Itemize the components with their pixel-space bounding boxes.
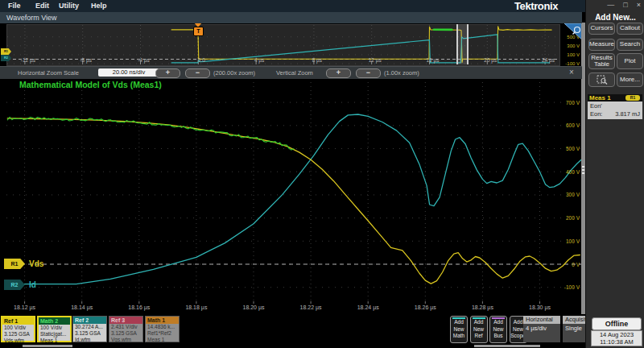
add-new-button-line: Add bbox=[471, 319, 487, 326]
main-x-tick-label: 18.28 µs bbox=[472, 304, 493, 310]
main-trace-math2-model bbox=[7, 117, 294, 150]
add-new-bus-button[interactable]: AddNewBus bbox=[489, 316, 507, 343]
offline-button[interactable]: Offline bbox=[592, 317, 642, 330]
add-new-button-line: Add bbox=[451, 319, 467, 326]
menu-item-utility[interactable]: Utility bbox=[59, 2, 79, 10]
menu-item-help[interactable]: Help bbox=[91, 2, 107, 10]
meas-result-value: 3.817 mJ bbox=[615, 110, 640, 118]
trace-label-vds: Vds bbox=[29, 259, 43, 268]
channel-badge-row: 3.125 GSA bbox=[2, 331, 34, 338]
overview-x-tick-label: -4 µs bbox=[138, 57, 150, 63]
horizontal-zoom-minus-button[interactable]: − bbox=[185, 68, 210, 78]
channel-badge-row: Ref1*Ref2 bbox=[146, 330, 179, 337]
horizontal-zoom-scale-input[interactable]: 20.00 ns/div bbox=[98, 68, 159, 77]
channel-badge-row: 2.431 V/div bbox=[109, 324, 142, 330]
plot-button[interactable]: Plot bbox=[617, 53, 643, 69]
channel-badge-ref-3[interactable]: Ref 32.431 V/div3.125 GSAVgs.wfm bbox=[109, 316, 143, 342]
meas-result-label: Eon: bbox=[590, 110, 602, 118]
horizontal-settings-badge[interactable]: Horizontal 4 µs/div bbox=[523, 316, 560, 342]
channel-badge-ref-1[interactable]: Ref 1100 V/div3.125 GSAVds.wfm bbox=[1, 316, 35, 342]
scrollbar[interactable] bbox=[474, 345, 540, 347]
main-x-tick-label: 18.16 µs bbox=[128, 304, 150, 310]
overview-x-tick-label: 8 µs bbox=[312, 57, 322, 63]
meas1-badge-header[interactable]: Meas 1 R1 bbox=[588, 94, 642, 102]
meas1-name: Meas 1 bbox=[589, 94, 611, 102]
waveform-view-tab[interactable]: Waveform View bbox=[0, 12, 582, 23]
channel-badge-row: Meas 1 bbox=[39, 338, 70, 344]
restore-button[interactable]: □ bbox=[623, 1, 627, 9]
window-controls: — □ × bbox=[607, 1, 641, 9]
main-y-tick-label: 200 V bbox=[555, 215, 580, 221]
math-model-title: Mathematical Model of Vds (Meas1) bbox=[19, 80, 162, 89]
scrollbar[interactable] bbox=[23, 345, 72, 347]
zoom-box-icon-button[interactable] bbox=[588, 72, 615, 87]
zoom-scale-bar: Horizontal Zoom Scale 20.00 ns/div + − (… bbox=[0, 66, 582, 79]
overview-x-tick-label: 0.0 bbox=[198, 57, 205, 63]
close-button[interactable]: × bbox=[637, 1, 641, 9]
add-new-title: Add New... bbox=[586, 13, 644, 22]
zoom-box-icon bbox=[597, 75, 608, 85]
meas-result-label: Eon' bbox=[590, 102, 602, 110]
menu-item-file[interactable]: File bbox=[8, 2, 21, 10]
zoom-window-box[interactable] bbox=[456, 24, 469, 64]
add-new-button-line: Bus bbox=[490, 333, 506, 340]
main-x-tick-label: 18.14 µs bbox=[71, 304, 93, 310]
overview-x-tick-label: -12 µs bbox=[21, 57, 35, 63]
main-x-tick-label: 18.18 µs bbox=[185, 304, 207, 310]
measure-button[interactable]: Measure bbox=[588, 39, 615, 51]
channel-badge-row: 30.2724 A... bbox=[73, 324, 106, 330]
add-new-ref-button[interactable]: AddNewRef bbox=[470, 316, 488, 343]
main-trace-id bbox=[7, 114, 581, 284]
search-button[interactable]: Search bbox=[617, 39, 643, 51]
waveform-view-label: Waveform View bbox=[6, 14, 57, 22]
ref-marker-r1[interactable]: R1 bbox=[4, 259, 25, 269]
add-new-button-line: New bbox=[451, 326, 467, 334]
overview-x-tick-label: 12 µs bbox=[369, 57, 382, 63]
trigger-flag-icon[interactable]: T bbox=[193, 27, 204, 36]
vertical-zoom-minus-button[interactable]: − bbox=[356, 68, 381, 78]
meas1-results: Eon'Eon:3.817 mJ bbox=[588, 102, 642, 119]
main-x-tick-label: 18.20 µs bbox=[243, 304, 265, 310]
channel-badge-row: Meas 1 bbox=[146, 337, 179, 343]
channel-badge-name: Math 1 bbox=[146, 317, 179, 324]
horizontal-zoom-plus-button[interactable]: + bbox=[155, 68, 180, 78]
main-x-tick-label: 18.24 µs bbox=[357, 304, 379, 310]
channel-badge-row: 100 V/div bbox=[39, 325, 70, 331]
callout-button[interactable]: Callout bbox=[617, 23, 643, 35]
overview-x-tick-label: -8 µs bbox=[80, 57, 92, 63]
horizontal-zoom-scale-label: Horizontal Zoom Scale bbox=[18, 69, 79, 77]
ref-marker-r2[interactable]: R2 bbox=[4, 280, 25, 290]
more-button[interactable]: More... bbox=[617, 72, 643, 87]
channel-badge-name: Ref 2 bbox=[73, 317, 106, 324]
channel-badge-row: Id.wfm bbox=[73, 337, 106, 343]
cursors-button[interactable]: Cursors bbox=[588, 23, 615, 35]
channel-badge-math-1[interactable]: Math 114.4836 k...Ref1*Ref2Meas 1 bbox=[145, 316, 180, 342]
add-new-button-line: Ref bbox=[471, 333, 487, 340]
channel-badge-ref-2[interactable]: Ref 230.2724 A...3.125 GSAId.wfm bbox=[72, 316, 107, 342]
add-new-button-line: Math bbox=[451, 333, 467, 340]
minimize-button[interactable]: — bbox=[607, 1, 614, 9]
menu-item-edit[interactable]: Edit bbox=[35, 2, 49, 10]
main-x-tick-label: 18.26 µs bbox=[415, 304, 436, 310]
add-new-math-button[interactable]: AddNewMath bbox=[450, 316, 468, 343]
datetime-display: 14 Aug 2023 11:10:38 AM bbox=[591, 330, 642, 346]
oscilloscope-app: FileEditUtilityHelp Tektronix Waveform V… bbox=[0, 0, 644, 348]
channel-badge-name: Math 2 bbox=[39, 317, 70, 325]
vertical-zoom-factor: (1.00x zoom) bbox=[384, 69, 419, 77]
divider-grip[interactable] bbox=[582, 164, 584, 176]
menu-bar: FileEditUtilityHelp Tektronix bbox=[0, 0, 585, 12]
time-text: 11:10:38 AM bbox=[592, 339, 642, 346]
results-table-button[interactable]: Results Table bbox=[588, 53, 615, 69]
main-trace-vds bbox=[7, 118, 580, 284]
channel-badge-row: 100 V/div bbox=[2, 325, 34, 331]
channel-badge-row: 3.125 GSA bbox=[109, 330, 142, 337]
close-zoom-view-button[interactable]: × bbox=[566, 68, 577, 77]
main-y-tick-label: 600 V bbox=[555, 122, 580, 128]
horizontal-zoom-factor: (200.00x zoom) bbox=[213, 69, 255, 77]
channel-badge-row: 14.4836 k... bbox=[146, 324, 179, 330]
vertical-zoom-plus-button[interactable]: + bbox=[326, 68, 351, 78]
horizontal-label: Horizontal bbox=[523, 316, 560, 324]
add-new-button-line: New bbox=[471, 326, 487, 334]
channel-badge-math-2[interactable]: Math 2100 V/divStatic|gat...Meas 1 bbox=[37, 316, 72, 342]
overview-y-tick-label: 300 V bbox=[559, 44, 580, 48]
